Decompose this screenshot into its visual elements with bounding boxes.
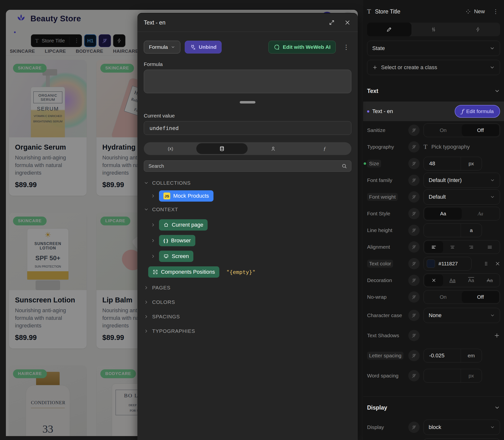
style-italic[interactable]: Aa bbox=[462, 208, 499, 220]
bind-plug-icon[interactable] bbox=[408, 208, 420, 219]
tree-item-mock-products[interactable]: JS Mock Products bbox=[144, 190, 351, 202]
tab-user[interactable] bbox=[248, 143, 299, 154]
align-center-icon[interactable] bbox=[443, 241, 462, 253]
section-typographies[interactable]: TYPOGRAPHIES bbox=[144, 326, 351, 336]
section-context[interactable]: CONTEXT bbox=[144, 204, 351, 215]
decoration-strikethrough[interactable]: Aa bbox=[480, 275, 499, 286]
edit-formula-button[interactable]: ƒ Edit formula bbox=[455, 105, 500, 118]
color-swatch[interactable] bbox=[427, 260, 435, 268]
state-select[interactable]: State bbox=[367, 41, 500, 56]
bind-plug-icon[interactable] bbox=[408, 350, 420, 361]
row-no-wrap: No-wrap On Off bbox=[367, 289, 500, 305]
pick-typography-button[interactable]: T Pick typography bbox=[423, 143, 470, 151]
display-section-header[interactable]: Display bbox=[367, 401, 500, 414]
row-cutoff bbox=[367, 438, 500, 440]
size-input[interactable]: 48 px bbox=[423, 157, 482, 170]
home-icon bbox=[163, 222, 169, 228]
bind-plug-icon[interactable] bbox=[408, 310, 420, 321]
letter-spacing-input[interactable]: -0.025 em bbox=[423, 349, 482, 362]
bind-plug-icon[interactable] bbox=[408, 141, 420, 152]
chevron-down-icon bbox=[490, 46, 495, 51]
bind-plug-icon[interactable] bbox=[408, 370, 420, 381]
edit-with-ai-button[interactable]: Edit with WeWeb AI bbox=[268, 41, 336, 54]
bind-plug-icon[interactable] bbox=[408, 191, 420, 203]
user-icon bbox=[270, 146, 276, 151]
add-shadow-button[interactable] bbox=[494, 332, 500, 339]
class-select[interactable]: Select or create a class bbox=[367, 60, 500, 75]
bind-plug-icon[interactable] bbox=[408, 258, 420, 269]
close-modal-icon[interactable] bbox=[345, 20, 350, 26]
style-inspector: T Store Title New ⋮ State Select or crea… bbox=[363, 0, 504, 440]
text-color-input[interactable]: #111827 bbox=[423, 257, 472, 271]
tab-settings[interactable] bbox=[411, 23, 456, 36]
bind-plug-icon[interactable] bbox=[408, 422, 420, 433]
inspector-menu-button[interactable]: ⋮ bbox=[491, 8, 500, 15]
row-typography: Typography T Pick typography bbox=[367, 139, 500, 154]
drag-dots-icon[interactable] bbox=[483, 261, 489, 266]
tree-item-current-page[interactable]: Current page bbox=[144, 219, 351, 231]
letter-spacing-unit[interactable]: em bbox=[461, 349, 482, 362]
row-line-height: Line height a bbox=[367, 223, 500, 238]
line-height-input[interactable]: a bbox=[423, 223, 482, 237]
sanitize-toggle[interactable]: On Off bbox=[423, 123, 500, 137]
cutoff-select[interactable] bbox=[423, 438, 500, 440]
bind-plug-icon[interactable] bbox=[408, 175, 420, 186]
text-section-header[interactable]: Text bbox=[367, 85, 500, 97]
size-unit[interactable]: px bbox=[461, 157, 482, 170]
tree-item-components-positions[interactable]: Components Positions "{empty}" bbox=[144, 266, 351, 278]
section-collections[interactable]: COLLECTIONS bbox=[144, 178, 351, 188]
align-right-icon[interactable] bbox=[462, 241, 480, 253]
clear-color-icon[interactable] bbox=[495, 261, 500, 266]
new-state-button[interactable]: New bbox=[474, 8, 485, 15]
search-input[interactable] bbox=[148, 163, 341, 169]
line-height-unit[interactable]: a bbox=[461, 224, 482, 237]
row-text-color: Text color #111827 bbox=[367, 256, 500, 271]
section-pages[interactable]: PAGES bbox=[144, 282, 351, 293]
expand-modal-icon[interactable] bbox=[329, 20, 335, 26]
tab-styles[interactable] bbox=[367, 23, 411, 36]
display-select[interactable]: block bbox=[423, 420, 500, 435]
row-font-style: Font Style Aa Aa bbox=[367, 206, 500, 221]
resize-handle[interactable] bbox=[240, 101, 255, 104]
decoration-segment[interactable]: Aa Aa Aa bbox=[423, 274, 500, 287]
tab-data[interactable] bbox=[196, 143, 248, 154]
bind-plug-icon[interactable] bbox=[408, 158, 420, 169]
formula-icon: ƒ bbox=[461, 108, 463, 114]
section-spacings[interactable]: SPACINGS bbox=[144, 311, 351, 322]
font-weight-select[interactable]: Default bbox=[423, 189, 500, 205]
font-style-segment[interactable]: Aa Aa bbox=[423, 207, 500, 220]
modal-menu-button[interactable]: ⋮ bbox=[341, 43, 351, 51]
tree-item-browser[interactable]: { } Browser bbox=[144, 235, 351, 246]
character-case-select[interactable]: None bbox=[423, 308, 500, 323]
bind-plug-icon[interactable] bbox=[408, 330, 420, 341]
formula-input[interactable] bbox=[144, 70, 351, 93]
word-spacing-unit[interactable]: px bbox=[461, 369, 482, 382]
bind-plug-icon[interactable] bbox=[408, 124, 420, 136]
font-family-select[interactable]: Default (Inter) bbox=[423, 173, 500, 188]
modal-title: Text - en bbox=[144, 19, 165, 26]
bind-plug-icon[interactable] bbox=[408, 275, 420, 286]
style-regular[interactable]: Aa bbox=[424, 208, 462, 220]
unbind-button[interactable]: Unbind bbox=[185, 41, 222, 54]
tab-workflows[interactable] bbox=[456, 23, 500, 36]
section-colors[interactable]: COLORS bbox=[144, 297, 351, 308]
tab-variables[interactable]: (x) bbox=[145, 143, 196, 154]
word-spacing-input[interactable]: px bbox=[423, 369, 482, 383]
chevron-down-icon bbox=[144, 180, 149, 185]
decoration-overline[interactable]: Aa bbox=[462, 275, 480, 286]
row-character-case: Character case None bbox=[367, 306, 500, 325]
no-wrap-toggle[interactable]: On Off bbox=[423, 290, 500, 304]
align-left-icon[interactable] bbox=[424, 241, 443, 253]
decoration-underline[interactable]: Aa bbox=[443, 275, 462, 286]
tab-functions[interactable]: ƒ bbox=[299, 143, 351, 154]
bind-plug-icon[interactable] bbox=[408, 291, 420, 303]
decoration-none-icon[interactable] bbox=[424, 275, 443, 286]
bind-plug-icon[interactable] bbox=[408, 225, 420, 236]
formula-mode-dropdown[interactable]: Formula bbox=[144, 41, 180, 54]
bind-plug-icon[interactable] bbox=[408, 241, 420, 253]
row-text-shadows: Text Shadows bbox=[367, 326, 500, 345]
align-justify-icon[interactable] bbox=[480, 241, 499, 253]
alignment-segment[interactable] bbox=[423, 240, 500, 254]
tree-item-screen[interactable]: Screen bbox=[144, 251, 351, 262]
row-display: Display block bbox=[367, 420, 500, 435]
